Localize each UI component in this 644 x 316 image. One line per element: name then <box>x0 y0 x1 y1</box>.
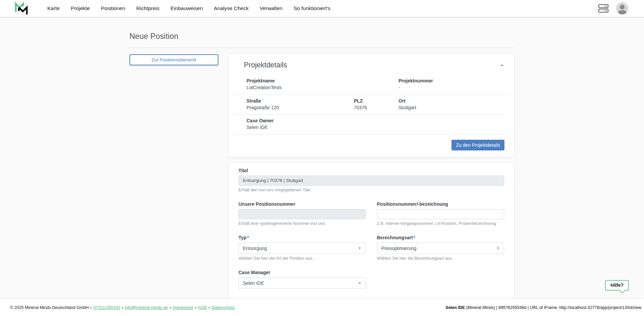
positionsnummer-input[interactable] <box>377 209 504 219</box>
projektname-label: Projektname <box>247 77 396 84</box>
agb-link[interactable]: AGB <box>198 305 207 310</box>
table-row: Case Owner Selen IDE <box>233 115 509 135</box>
typ-select[interactable]: Entsorgung ▼ <box>238 243 366 254</box>
berechnungsart-select-value: Preisoptimierung <box>381 246 417 251</box>
case-manager-label: Case Manager <box>238 270 366 275</box>
nav-item-einbauweisen[interactable]: Einbauweisen <box>170 3 203 13</box>
nav-item-verwalten[interactable]: Verwalten <box>260 3 282 13</box>
plz-label: PLZ <box>354 98 396 104</box>
titel-hint: Erhält den von uns vorgegebenen Titel. <box>238 188 504 192</box>
titel-input[interactable] <box>238 176 504 186</box>
session-info: Selen IDE (Mineral Minds) | 69576255536d… <box>446 305 641 310</box>
table-row: Straße Pragstraße 120 PLZ 70376 Ort Stut… <box>233 94 509 115</box>
mineral-minds-logo-icon[interactable] <box>14 2 29 15</box>
nav-item-so-funktionierts[interactable]: So funktioniert's <box>293 3 330 13</box>
session-user: Selen IDE <box>446 305 465 310</box>
positionsnummer-label: Positionsnummer/-bezeichnung <box>377 201 504 207</box>
project-details-button[interactable]: Zu den Projektdetails <box>451 140 504 150</box>
phone-link[interactable]: 07151/250100 <box>93 305 120 310</box>
berechnungsart-select[interactable]: Preisoptimierung ▼ <box>377 243 504 254</box>
app-header: Karte Projekte Positionen Richtpreis Ein… <box>0 0 644 17</box>
projektnummer-value: - <box>398 84 506 91</box>
collapse-minus-icon[interactable]: - <box>500 61 504 69</box>
copyright-text: © 2025 Mineral Minds Deutschland GmbH <box>10 305 89 310</box>
nav-item-projekte[interactable]: Projekte <box>71 3 90 13</box>
typ-select-value: Entsorgung <box>243 246 267 251</box>
unsere-positionsnummer-hint: Erhält eine systemgenerierte Nummer von … <box>238 221 366 226</box>
typ-label: Typ* <box>238 235 366 240</box>
titel-label: Titel <box>238 168 504 173</box>
nav-item-positionen[interactable]: Positionen <box>101 3 125 13</box>
user-avatar[interactable] <box>616 2 628 14</box>
case-owner-value: Selen IDE <box>247 124 506 131</box>
page-title: Neue Position <box>129 32 514 41</box>
positionsnummer-hint: Z.B. Interne-Vorgangsnummer, LV-Position… <box>377 221 504 226</box>
required-asterisk: * <box>247 235 249 240</box>
server-rack-icon[interactable] <box>598 3 609 14</box>
main-nav: Karte Projekte Positionen Richtpreis Ein… <box>47 3 330 13</box>
ort-label: Ort <box>398 98 506 104</box>
unsere-positionsnummer-input[interactable] <box>238 209 366 219</box>
position-form-card: Titel Erhält den von uns vorgegebenen Ti… <box>228 163 514 299</box>
impressum-link[interactable]: Impressum <box>173 305 194 310</box>
unsere-positionsnummer-label: Unsere Positionsnummer <box>238 201 366 207</box>
project-card-title: Projektdetails <box>244 61 287 69</box>
strasse-value: Pragstraße 120 <box>247 104 351 111</box>
required-asterisk: * <box>414 235 415 240</box>
chevron-down-icon: ▼ <box>358 246 362 250</box>
table-row: Projektname LotCreationTests Projektnumm… <box>233 75 509 94</box>
email-link[interactable]: info@mineral-minds.de <box>125 305 168 310</box>
nav-item-richtpreis[interactable]: Richtpreis <box>136 3 159 13</box>
berechnungsart-label: Berechnungsart* <box>377 235 504 240</box>
help-button[interactable]: Hilfe? <box>605 280 629 291</box>
avatar-person-icon <box>620 5 625 9</box>
datenschutz-link[interactable]: Datenschutz <box>212 305 235 310</box>
positions-overview-button[interactable]: Zur Positionsübersicht <box>129 54 218 65</box>
case-manager-select-value: Selen IDE <box>243 280 264 286</box>
projektname-value: LotCreationTests <box>247 84 396 91</box>
chevron-down-icon: ▼ <box>496 246 500 250</box>
title-divider <box>129 48 514 48</box>
nav-item-karte[interactable]: Karte <box>47 3 60 13</box>
main-content: Neue Position Zur Positionsübersicht Pro… <box>129 17 514 299</box>
project-details-card: Projektdetails - Projektname LotCreation… <box>228 54 514 157</box>
berechnungsart-hint: Wählen Sie hier die Berechnungsart aus. <box>377 256 504 261</box>
case-manager-select[interactable]: Selen IDE ▼ <box>238 277 366 289</box>
nav-item-analyse-check[interactable]: Analyse Check <box>214 3 249 13</box>
strasse-label: Straße <box>247 98 351 104</box>
projektnummer-label: Projektnummer <box>398 77 506 84</box>
chevron-down-icon: ▼ <box>358 281 362 285</box>
project-details-table: Projektname LotCreationTests Projektnumm… <box>233 75 509 135</box>
app-footer: © 2025 Mineral Minds Deutschland GmbH•07… <box>0 299 644 316</box>
typ-hint: Wählen Sie hier die Art der Position aus… <box>238 256 366 261</box>
footer-legal: © 2025 Mineral Minds Deutschland GmbH•07… <box>10 305 235 310</box>
case-owner-label: Case Owner <box>247 117 506 124</box>
plz-value: 70376 <box>354 104 396 111</box>
ort-value: Stuttgart <box>398 104 506 111</box>
